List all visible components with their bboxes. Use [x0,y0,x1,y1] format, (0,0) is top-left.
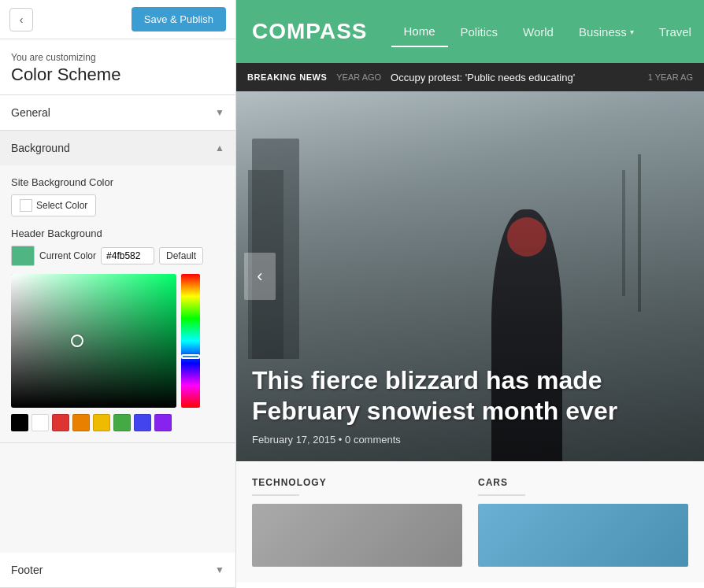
general-arrow-icon: ▼ [215,107,224,118]
general-label: General [11,106,50,119]
hue-slider-handle[interactable] [181,354,200,359]
swatch-blue[interactable] [134,414,151,431]
background-accordion: Background ▲ Site Background Color Selec… [0,131,235,443]
hero-headline: This fierce blizzard has made February s… [252,365,688,426]
footer-label: Footer [11,564,43,576]
select-color-button[interactable]: Select Color [11,194,96,216]
nav-item-home[interactable]: Home [391,17,448,47]
preview-panel: COMPASS Home Politics World Business ▾ T… [236,0,704,588]
swatch-white[interactable] [31,414,49,431]
breaking-news-label: BREAKING NEWS [247,72,327,82]
technology-image [252,504,462,567]
background-accordion-content: Site Background Color Select Color Heade… [0,165,235,442]
customizing-section: You are customizing Color Scheme [0,39,235,95]
site-header: COMPASS Home Politics World Business ▾ T… [236,0,704,63]
hero-prev-button[interactable]: ‹ [244,253,276,300]
hue-slider-container[interactable] [181,274,200,408]
footer-accordion-header[interactable]: Footer ▼ [0,553,235,587]
top-bar: ‹ Save & Publish [0,0,235,39]
background-arrow-icon: ▲ [215,142,224,153]
swatch-purple[interactable] [154,414,172,431]
technology-divider [252,494,299,496]
footer-accordion: Footer ▼ [0,553,235,588]
technology-section: TECHNOLOGY [252,477,462,567]
save-publish-button[interactable]: Save & Publish [132,7,226,31]
picker-black-layer [11,274,176,408]
site-bg-label: Site Background Color [11,176,224,188]
swatch-black[interactable] [11,414,28,431]
cars-divider [478,494,525,496]
business-chevron-icon: ▾ [630,28,634,36]
hero-text: This fierce blizzard has made February s… [236,349,704,461]
footer-arrow-icon: ▼ [215,564,224,575]
nav-item-business[interactable]: Business ▾ [566,17,647,46]
background-accordion-header[interactable]: Background ▲ [0,131,235,165]
general-accordion: General ▼ [0,95,235,131]
swatch-orange[interactable] [72,414,90,431]
hero-comments: 0 comments [345,434,401,446]
hero-date: February 17, 2015 [252,434,335,446]
breaking-time2: 1 YEAR AG [648,72,693,82]
customizer-panel: ‹ Save & Publish You are customizing Col… [0,0,236,588]
hero-section: ‹ This fierce blizzard has made February… [236,91,704,461]
current-color-swatch [11,246,35,266]
color-picker-area[interactable] [11,274,176,408]
swatch-green[interactable] [113,414,131,431]
customizing-label: You are customizing [11,52,224,63]
back-button[interactable]: ‹ [9,8,33,31]
hex-input[interactable]: #4fb582 [101,247,154,264]
nav-item-travel[interactable]: Travel [647,17,704,46]
picker-circle[interactable] [71,335,83,347]
header-bg-section: Header Background Current Color #4fb582 … [11,227,224,431]
hue-slider [181,274,200,408]
nav-item-politics[interactable]: Politics [448,17,511,46]
nav-item-world[interactable]: World [510,17,566,46]
color-controls: Current Color #4fb582 Default [11,246,224,266]
default-button[interactable]: Default [159,247,203,264]
back-icon: ‹ [20,13,24,26]
cars-category: CARS [478,477,688,488]
site-logo: COMPASS [252,19,368,44]
hero-separator: • [339,434,343,446]
color-swatches [11,414,224,431]
site-nav: Home Politics World Business ▾ Travel [391,17,704,47]
current-color-label: Current Color [39,250,96,261]
general-accordion-header[interactable]: General ▼ [0,95,235,130]
cars-image [478,504,688,567]
breaking-time: YEAR AGO [336,72,381,82]
color-preview-small [20,199,32,212]
breaking-news-bar: BREAKING NEWS YEAR AGO Occupy protest: '… [236,63,704,91]
cars-section: CARS [478,477,688,567]
select-color-label: Select Color [36,200,87,211]
swatch-red[interactable] [52,414,69,431]
swatch-yellow[interactable] [93,414,110,431]
breaking-headline: Occupy protest: 'Public needs educating' [391,72,575,83]
background-label: Background [11,142,70,154]
technology-category: TECHNOLOGY [252,477,462,488]
hero-meta: February 17, 2015 • 0 comments [252,434,688,446]
header-bg-label: Header Background [11,227,224,239]
bottom-sections: TECHNOLOGY CARS [236,461,704,582]
color-scheme-title: Color Scheme [11,65,224,85]
color-picker-container [11,274,224,408]
